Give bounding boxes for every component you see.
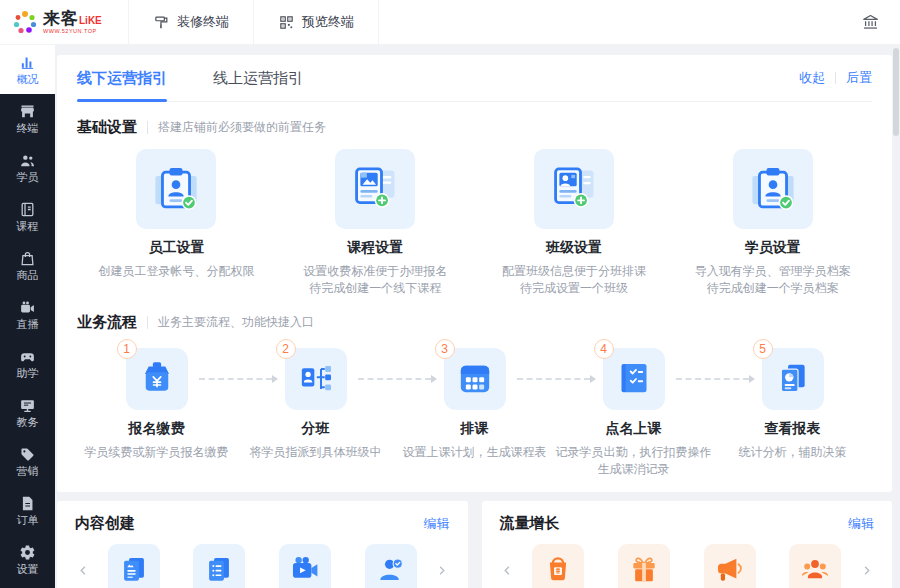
flow-step-reports[interactable]: 5 查看报表 统计分析，辅助决策 <box>713 348 872 478</box>
flow-connector <box>199 378 272 380</box>
prev-arrow-icon[interactable] <box>75 544 91 588</box>
guide-card: 线下运营指引 线上运营指引 收起 后置 基础设置 搭建店铺前必须要做的前置任务 … <box>57 55 892 492</box>
board-icon <box>19 397 36 414</box>
next-arrow-icon[interactable] <box>434 544 450 588</box>
bank-icon <box>861 13 880 32</box>
decorate-terminal-button[interactable]: 装修终端 <box>128 0 254 44</box>
money-bag-icon <box>137 359 177 399</box>
collapse-link[interactable]: 收起 <box>799 69 825 87</box>
gamepad-icon <box>19 348 36 365</box>
chart-icon <box>19 54 36 71</box>
sidebar-item-goods[interactable]: 商品 <box>0 241 55 290</box>
flow-connector <box>517 378 590 380</box>
next-arrow-icon[interactable] <box>858 544 874 588</box>
crowd-icon <box>798 553 832 587</box>
content-item-checkin[interactable]: 打卡 <box>365 544 417 588</box>
setup-card-class[interactable]: 班级设置 配置班级信息便于分班排课待完成设置一个班级 <box>475 149 674 297</box>
prev-arrow-icon[interactable] <box>500 544 516 588</box>
growth-item-promoter[interactable]: 推广员 <box>704 544 756 588</box>
setup-card-student[interactable]: 学员设置 导入现有学员、管理学员档案待完成创建一个学员档案 <box>673 149 872 297</box>
growth-item-newcomer-gift[interactable]: 新人有礼 <box>618 544 670 588</box>
growth-edit-link[interactable]: 编辑 <box>848 515 874 533</box>
gear-icon <box>19 544 36 561</box>
people-icon <box>19 152 36 169</box>
content-creation-panel: 内容创建 编辑 图文 专栏 视频直播 <box>57 501 468 588</box>
preview-terminal-button[interactable]: 预览终端 <box>254 0 379 44</box>
setup-card-course[interactable]: 课程设置 设置收费标准便于办理报名待完成创建一个线下课程 <box>276 149 475 297</box>
article-icon <box>117 553 151 587</box>
home-button[interactable] <box>841 0 900 44</box>
sidebar-item-settings[interactable]: 设置 <box>0 535 55 584</box>
flow-steps: 1 报名缴费 学员续费或新学员报名缴费 2 分班 将学员指派到具体班级中 3 排… <box>77 348 872 478</box>
megaphone-icon <box>713 553 747 587</box>
sidebar-item-live[interactable]: 直播 <box>0 290 55 339</box>
business-flow-header: 业务流程 业务主要流程、功能快捷入口 <box>77 313 872 332</box>
step-number: 5 <box>753 339 773 359</box>
step-number: 3 <box>435 339 455 359</box>
content-item-article[interactable]: 图文 <box>108 544 160 588</box>
sidebar-nav: 概况 终端 学员 课程 商品 直播 助学 教务 营销 订单 设置 <box>0 45 55 588</box>
setup-cards: 员工设置 创建员工登录帐号、分配权限 课程设置 设置收费标准便于办理报名待完成创… <box>77 149 872 297</box>
video-icon <box>288 553 322 587</box>
brand-url: WWW.52YUN.TOP <box>43 29 102 35</box>
top-header: 来客LiKE WWW.52YUN.TOP 装修终端 预览终端 <box>0 0 900 45</box>
content-edit-link[interactable]: 编辑 <box>424 515 450 533</box>
app-logo[interactable]: 来客LiKE WWW.52YUN.TOP <box>0 0 128 44</box>
sidebar-item-study-aid[interactable]: 助学 <box>0 339 55 388</box>
basic-setup-header: 基础设置 搭建店铺前必须要做的前置任务 <box>77 118 872 137</box>
course-card-icon <box>349 163 401 215</box>
sidebar-item-courses[interactable]: 课程 <box>0 192 55 241</box>
class-card-icon <box>548 163 600 215</box>
flow-step-roll-call[interactable]: 4 点名上课 记录学员出勤，执行扣费操作生成课消记录 <box>554 348 713 478</box>
sidebar-item-overview[interactable]: 概况 <box>0 45 55 94</box>
growth-item-friend-boost[interactable]: 好友助力 <box>789 544 841 588</box>
content-item-video-live[interactable]: 视频直播 <box>279 544 331 588</box>
sidebar-item-orders[interactable]: 订单 <box>0 486 55 535</box>
step-number: 4 <box>594 339 614 359</box>
panel-title: 流量增长 <box>500 514 560 533</box>
calendar-icon <box>455 359 495 399</box>
panel-title: 内容创建 <box>75 514 135 533</box>
clipboard-person-icon <box>747 163 799 215</box>
brand-name: 来客 <box>43 9 79 28</box>
section-subtitle: 业务主要流程、功能快捷入口 <box>158 314 314 331</box>
step-number: 1 <box>117 339 137 359</box>
postpone-link[interactable]: 后置 <box>846 69 872 87</box>
paint-roller-icon <box>153 14 170 31</box>
flow-step-enroll-pay[interactable]: 1 报名缴费 学员续费或新学员报名缴费 <box>77 348 236 478</box>
qr-code-icon <box>278 14 295 31</box>
sidebar-item-marketing[interactable]: 营销 <box>0 437 55 486</box>
org-chart-icon <box>296 359 336 399</box>
checkin-icon <box>374 553 408 587</box>
tags-icon <box>19 446 36 463</box>
traffic-growth-panel: 流量增长 编辑 拼团 新人有礼 推广员 <box>482 501 893 588</box>
flow-connector <box>358 378 431 380</box>
column-icon <box>202 553 236 587</box>
checklist-icon <box>614 359 654 399</box>
tab-online-guide[interactable]: 线上运营指引 <box>213 55 303 101</box>
sidebar-item-students[interactable]: 学员 <box>0 143 55 192</box>
setup-card-employee[interactable]: 员工设置 创建员工登录帐号、分配权限 <box>77 149 276 297</box>
bag-icon <box>19 250 36 267</box>
camera-icon <box>19 299 36 316</box>
pin-bag-icon <box>541 553 575 587</box>
scrollbar-thumb[interactable] <box>893 48 899 136</box>
decorate-terminal-label: 装修终端 <box>177 13 229 31</box>
preview-terminal-label: 预览终端 <box>302 13 354 31</box>
order-icon <box>19 495 36 512</box>
store-icon <box>19 103 36 120</box>
logo-burst-icon <box>12 9 38 35</box>
brand-sub: LiKE <box>79 15 102 26</box>
book-icon <box>19 201 36 218</box>
flow-step-assign-class[interactable]: 2 分班 将学员指派到具体班级中 <box>236 348 395 478</box>
flow-connector <box>676 378 749 380</box>
content-item-column[interactable]: 专栏 <box>193 544 245 588</box>
growth-item-group-buy[interactable]: 拼团 <box>532 544 584 588</box>
sidebar-item-academic[interactable]: 教务 <box>0 388 55 437</box>
clipboard-person-icon <box>150 163 202 215</box>
sidebar-item-terminal[interactable]: 终端 <box>0 94 55 143</box>
report-icon <box>773 359 813 399</box>
flow-step-schedule[interactable]: 3 排课 设置上课计划，生成课程表 <box>395 348 554 478</box>
gift-icon <box>627 553 661 587</box>
tab-offline-guide[interactable]: 线下运营指引 <box>77 55 167 101</box>
